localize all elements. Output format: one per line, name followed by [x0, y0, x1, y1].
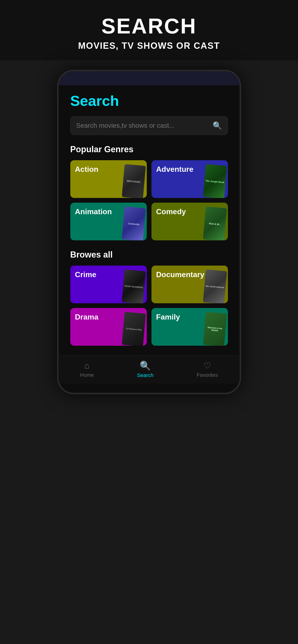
poster-animation: Cinderella — [122, 206, 146, 240]
nav-label-search: Search — [137, 372, 154, 378]
browse-all-grid: Crime PEAKY BLINDERS Documentary the soc… — [70, 266, 228, 346]
home-icon: ⌂ — [84, 361, 89, 371]
search-bar[interactable]: 🔍 — [70, 116, 228, 135]
search-icon[interactable]: 🔍 — [213, 121, 222, 130]
favorites-icon: ♡ — [204, 361, 211, 371]
genre-card-comedy[interactable]: Comedy Rick & M... — [152, 203, 228, 240]
nav-item-home[interactable]: ⌂ Home — [80, 361, 94, 378]
popular-genres-grid: Action MECHANIC Adventure The Jungle Boo… — [70, 160, 228, 240]
poster-comedy: Rick & M... — [203, 206, 227, 240]
genre-label-drama: Drama — [75, 313, 99, 322]
browse-all-title: Browes all — [70, 250, 228, 260]
phone-frame: Search 🔍 Popular Genres Action MECHANIC … — [57, 70, 241, 394]
top-header: SEARCH MOVIES, TV SHOWS OR CAST — [0, 0, 298, 60]
nav-item-favorites[interactable]: ♡ Favorites — [197, 361, 218, 378]
genre-label-crime: Crime — [75, 270, 96, 279]
genre-card-drama[interactable]: Drama 13 Reasons Why — [70, 308, 147, 346]
poster-adventure: The Jungle Book — [203, 164, 227, 198]
genre-label-animation: Animation — [75, 207, 112, 216]
genre-card-action[interactable]: Action MECHANIC — [70, 160, 147, 198]
genre-card-adventure[interactable]: Adventure The Jungle Book — [152, 160, 228, 198]
nav-label-home: Home — [80, 372, 94, 378]
poster-documentary: the social network — [203, 269, 227, 303]
genre-label-adventure: Adventure — [156, 165, 194, 174]
search-input[interactable] — [76, 122, 213, 129]
page-title: Search — [70, 92, 228, 109]
main-subtitle: MOVIES, TV SHOWS OR CAST — [10, 41, 288, 51]
genre-card-family[interactable]: Family Malcolm in the Middle — [152, 308, 228, 346]
genre-card-crime[interactable]: Crime PEAKY BLINDERS — [70, 266, 147, 303]
poster-drama: 13 Reasons Why — [122, 312, 146, 346]
phone-notch — [59, 71, 240, 85]
right-side-buttons — [241, 130, 241, 154]
nav-label-favorites: Favorites — [197, 372, 218, 378]
nav-item-search[interactable]: 🔍 Search — [137, 360, 154, 378]
genre-label-documentary: Documentary — [156, 270, 205, 279]
genre-card-animation[interactable]: Animation Cinderella — [70, 203, 147, 240]
popular-genres-title: Popular Genres — [70, 144, 228, 154]
main-title: SEARCH — [10, 14, 288, 38]
phone-content: Search 🔍 Popular Genres Action MECHANIC … — [59, 92, 240, 346]
left-side-buttons — [57, 118, 58, 156]
genre-label-comedy: Comedy — [156, 207, 186, 216]
bottom-nav: ⌂ Home 🔍 Search ♡ Favorites — [59, 355, 240, 384]
genre-label-family: Family — [156, 313, 180, 322]
genre-card-documentary[interactable]: Documentary the social network — [152, 266, 228, 303]
search-nav-icon: 🔍 — [140, 360, 151, 371]
poster-family: Malcolm in the Middle — [203, 312, 227, 346]
poster-crime: PEAKY BLINDERS — [122, 269, 146, 303]
poster-action: MECHANIC — [122, 164, 146, 198]
genre-label-action: Action — [75, 165, 99, 174]
